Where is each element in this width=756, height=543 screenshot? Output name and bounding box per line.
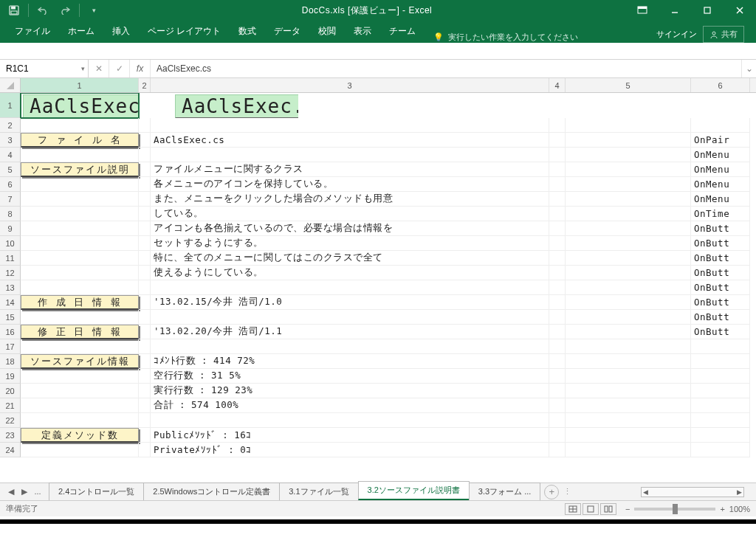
row-1: 1 AaClsExec.cs AaClsExec.cs: [0, 93, 756, 118]
ribbon-display-options[interactable]: [626, 0, 659, 21]
svg-point-9: [712, 32, 715, 35]
value-filename: AaClsExec.cs: [154, 134, 224, 145]
formula-bar: R1C1 ▾ ✕ ✓ fx AaClsExec.cs ⌄: [0, 59, 756, 78]
tab-team[interactable]: チーム: [380, 21, 425, 43]
close-button[interactable]: [724, 0, 756, 21]
tab-formulas[interactable]: 数式: [230, 21, 265, 43]
tellme-icon: 💡: [433, 32, 444, 42]
col-header-1[interactable]: 1: [21, 78, 139, 92]
redo-button[interactable]: [55, 1, 75, 19]
tab-data[interactable]: データ: [265, 21, 309, 43]
minimize-icon: [670, 6, 679, 15]
page-break-icon: [604, 505, 613, 513]
qat-customize[interactable]: ▾: [84, 1, 103, 19]
sheet-tab-2[interactable]: 3.1ファイル一覧: [279, 483, 358, 500]
col-header-5[interactable]: 5: [566, 78, 691, 92]
quick-access-toolbar: ▾: [0, 1, 108, 19]
label-created[interactable]: 作 成 日 情 報: [21, 295, 139, 310]
zoom-slider[interactable]: [634, 508, 715, 511]
tellme-input[interactable]: 実行したい作業を入力してください: [448, 32, 578, 43]
row-header-2[interactable]: 2: [0, 118, 21, 133]
sheet-tab-0[interactable]: 2.4コントロール一覧: [49, 483, 144, 500]
sheet-tab-4[interactable]: 3.3フォーム ...: [469, 483, 541, 500]
ribbon-options-icon: [637, 6, 647, 15]
svg-rect-4: [638, 7, 647, 9]
save-icon: [9, 5, 19, 15]
fx-icon: fx: [137, 63, 143, 74]
view-pagebreak-button[interactable]: [600, 503, 616, 515]
label-filename[interactable]: フ ァ イ ル 名: [21, 133, 139, 148]
column-headers: 1 2 3 4 5 6: [0, 78, 756, 93]
view-normal-button[interactable]: [565, 503, 581, 515]
worksheet-grid[interactable]: 1 2 3 4 5 6 1 AaClsExec.cs AaClsExec.cs …: [0, 78, 756, 519]
sheet-tab-1[interactable]: 2.5Windowsコントロール定義書: [143, 483, 280, 500]
status-bar: 準備完了 − + 100%: [0, 500, 756, 516]
row-header-1[interactable]: 1: [0, 93, 21, 118]
undo-button[interactable]: [33, 1, 52, 19]
col-header-2[interactable]: 2: [139, 78, 151, 92]
enter-formula-button[interactable]: ✓: [109, 60, 130, 77]
cancel-formula-button[interactable]: ✕: [89, 60, 109, 77]
row-header-3[interactable]: 3: [0, 133, 21, 148]
title-bar: ▾ DocCs.xls [保護ビュー] - Excel: [0, 0, 756, 21]
sheet-tab-3[interactable]: 3.2ソースファイル説明書: [358, 481, 470, 500]
ribbon-tabs: ファイル ホーム 挿入 ページ レイアウト 数式 データ 校閲 表示 チーム 💡…: [0, 21, 756, 43]
select-all-corner[interactable]: [0, 78, 21, 92]
svg-marker-10: [7, 82, 14, 89]
scroll-right-icon[interactable]: ▶: [737, 488, 742, 496]
row-5: 5 ソースファイル説明 ファイルメニューに関するクラス OnMenu: [0, 162, 756, 177]
tab-review[interactable]: 校閲: [309, 21, 345, 43]
signin-link[interactable]: サインイン: [656, 29, 697, 40]
title-merged-cell: AaClsExec.cs: [23, 94, 139, 119]
cell-r1c1[interactable]: AaClsExec.cs: [21, 93, 139, 118]
add-sheet-button[interactable]: +: [544, 485, 559, 499]
col-header-3[interactable]: 3: [151, 78, 549, 92]
tab-insert[interactable]: 挿入: [103, 21, 139, 43]
tab-home[interactable]: ホーム: [59, 21, 103, 43]
name-box[interactable]: R1C1 ▾: [0, 60, 89, 77]
horizontal-scrollbar[interactable]: ◀▶: [641, 487, 744, 497]
tab-nav-more[interactable]: ...: [32, 487, 43, 497]
label-source-desc[interactable]: ソースファイル説明: [21, 162, 139, 177]
share-icon: [709, 30, 718, 39]
save-button[interactable]: [4, 1, 24, 19]
minimize-button[interactable]: [659, 0, 691, 21]
tab-view[interactable]: 表示: [345, 21, 380, 43]
tab-nav-prev[interactable]: ◀: [6, 487, 16, 497]
col-header-4[interactable]: 4: [549, 78, 566, 92]
row-4: 4OnMenu: [0, 148, 756, 162]
col-header-6[interactable]: 6: [691, 78, 750, 92]
tab-pagelayout[interactable]: ページ レイアウト: [139, 21, 230, 43]
taskbar-strip: [0, 519, 756, 524]
sheet-tabs-bar: ◀ ▶ ... 2.4コントロール一覧 2.5Windowsコントロール定義書 …: [0, 483, 756, 500]
scroll-left-icon[interactable]: ◀: [643, 488, 648, 496]
select-all-icon: [7, 82, 14, 89]
insert-function-button[interactable]: fx: [130, 60, 151, 77]
formula-input[interactable]: AaClsExec.cs: [151, 60, 741, 77]
maximize-icon: [703, 6, 712, 15]
tab-nav-next[interactable]: ▶: [19, 487, 30, 497]
tab-file[interactable]: ファイル: [6, 21, 59, 43]
zoom-slider-thumb[interactable]: [673, 504, 678, 514]
maximize-button[interactable]: [691, 0, 724, 21]
cell-r1c5[interactable]: AaClsExec.cs: [173, 93, 298, 118]
undo-icon: [37, 6, 49, 15]
share-button[interactable]: 共有: [703, 26, 744, 43]
grid-view-icon: [568, 505, 577, 513]
zoom-level[interactable]: 100%: [729, 505, 750, 513]
expand-formula-bar[interactable]: ⌄: [741, 60, 756, 77]
x-icon: ✕: [95, 63, 103, 74]
view-pagelayout-button[interactable]: [583, 503, 599, 515]
tabs-more-menu[interactable]: ⋮: [562, 487, 572, 497]
svg-rect-16: [609, 506, 612, 512]
name-box-dropdown-icon[interactable]: ▾: [81, 65, 85, 72]
zoom-in-button[interactable]: +: [720, 505, 724, 513]
label-source-info[interactable]: ソースファイル情報: [21, 354, 139, 369]
redo-icon: [59, 6, 71, 15]
window-title: DocCs.xls [保護ビュー] - Excel: [108, 4, 626, 17]
label-method-count[interactable]: 定義メソッド数: [21, 428, 139, 443]
check-icon: ✓: [116, 63, 123, 74]
label-modified[interactable]: 修 正 日 情 報: [21, 325, 139, 339]
svg-rect-14: [588, 506, 594, 512]
zoom-out-button[interactable]: −: [625, 505, 630, 513]
